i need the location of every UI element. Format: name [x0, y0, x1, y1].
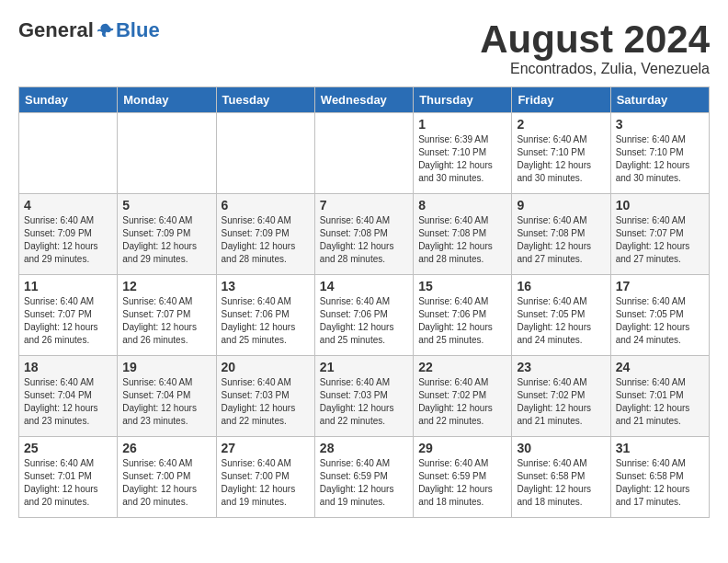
calendar-cell: 4Sunrise: 6:40 AM Sunset: 7:09 PM Daylig… [19, 194, 118, 275]
calendar-cell [19, 113, 118, 194]
day-info: Sunrise: 6:40 AM Sunset: 7:00 PM Dayligh… [222, 457, 310, 509]
day-number: 9 [517, 198, 605, 213]
calendar-cell: 2Sunrise: 6:40 AM Sunset: 7:10 PM Daylig… [512, 113, 610, 194]
day-number: 23 [517, 360, 605, 374]
calendar-cell: 13Sunrise: 6:40 AM Sunset: 7:06 PM Dayli… [216, 275, 314, 356]
day-number: 14 [320, 279, 408, 293]
day-info: Sunrise: 6:40 AM Sunset: 6:59 PM Dayligh… [418, 457, 506, 509]
calendar-cell: 14Sunrise: 6:40 AM Sunset: 7:06 PM Dayli… [314, 275, 413, 356]
calendar-cell: 21Sunrise: 6:40 AM Sunset: 7:03 PM Dayli… [314, 356, 413, 437]
day-number: 16 [517, 279, 605, 293]
calendar-week-row: 4Sunrise: 6:40 AM Sunset: 7:09 PM Daylig… [19, 194, 710, 275]
day-number: 30 [517, 441, 605, 455]
day-number: 29 [418, 441, 506, 455]
weekday-header-wednesday: Wednesday [314, 87, 413, 113]
day-info: Sunrise: 6:40 AM Sunset: 7:05 PM Dayligh… [616, 295, 704, 347]
title-block: August 2024 Encontrados, Zulia, Venezuel… [480, 18, 710, 77]
day-info: Sunrise: 6:40 AM Sunset: 7:05 PM Dayligh… [517, 295, 605, 347]
day-info: Sunrise: 6:40 AM Sunset: 7:07 PM Dayligh… [24, 295, 112, 347]
day-info: Sunrise: 6:40 AM Sunset: 7:08 PM Dayligh… [320, 214, 408, 266]
calendar-cell: 3Sunrise: 6:40 AM Sunset: 7:10 PM Daylig… [610, 113, 709, 194]
calendar-cell: 1Sunrise: 6:39 AM Sunset: 7:10 PM Daylig… [414, 113, 512, 194]
calendar-cell: 24Sunrise: 6:40 AM Sunset: 7:01 PM Dayli… [610, 356, 709, 437]
day-number: 5 [122, 198, 210, 213]
day-info: Sunrise: 6:40 AM Sunset: 7:09 PM Dayligh… [222, 214, 310, 266]
calendar-cell: 29Sunrise: 6:40 AM Sunset: 6:59 PM Dayli… [414, 437, 512, 518]
day-number: 10 [616, 198, 704, 213]
calendar-cell [216, 113, 314, 194]
calendar-cell: 26Sunrise: 6:40 AM Sunset: 7:00 PM Dayli… [118, 437, 216, 518]
calendar-week-row: 18Sunrise: 6:40 AM Sunset: 7:04 PM Dayli… [19, 356, 710, 437]
calendar-cell: 30Sunrise: 6:40 AM Sunset: 6:58 PM Dayli… [512, 437, 610, 518]
day-number: 28 [320, 441, 408, 455]
day-number: 1 [418, 117, 506, 132]
calendar-cell: 10Sunrise: 6:40 AM Sunset: 7:07 PM Dayli… [610, 194, 709, 275]
day-info: Sunrise: 6:40 AM Sunset: 7:01 PM Dayligh… [24, 457, 112, 509]
day-number: 17 [616, 279, 704, 293]
day-number: 19 [122, 360, 210, 374]
calendar-cell [118, 113, 216, 194]
calendar-cell: 31Sunrise: 6:40 AM Sunset: 6:58 PM Dayli… [610, 437, 709, 518]
day-info: Sunrise: 6:40 AM Sunset: 7:03 PM Dayligh… [320, 376, 408, 428]
day-number: 15 [418, 279, 506, 293]
weekday-header-tuesday: Tuesday [216, 87, 314, 113]
day-info: Sunrise: 6:40 AM Sunset: 7:07 PM Dayligh… [616, 214, 704, 266]
weekday-header-row: SundayMondayTuesdayWednesdayThursdayFrid… [19, 87, 710, 113]
calendar-cell [314, 113, 413, 194]
logo-blue: Blue [116, 18, 160, 42]
day-info: Sunrise: 6:40 AM Sunset: 7:08 PM Dayligh… [517, 214, 605, 266]
calendar-cell: 25Sunrise: 6:40 AM Sunset: 7:01 PM Dayli… [19, 437, 118, 518]
day-info: Sunrise: 6:40 AM Sunset: 7:07 PM Dayligh… [122, 295, 210, 347]
calendar-body: 1Sunrise: 6:39 AM Sunset: 7:10 PM Daylig… [19, 113, 710, 518]
day-number: 26 [122, 441, 210, 455]
calendar-cell: 15Sunrise: 6:40 AM Sunset: 7:06 PM Dayli… [414, 275, 512, 356]
day-info: Sunrise: 6:40 AM Sunset: 6:59 PM Dayligh… [320, 457, 408, 509]
day-number: 27 [222, 441, 310, 455]
day-number: 22 [418, 360, 506, 374]
day-info: Sunrise: 6:40 AM Sunset: 7:00 PM Dayligh… [122, 457, 210, 509]
day-info: Sunrise: 6:40 AM Sunset: 7:02 PM Dayligh… [418, 376, 506, 428]
calendar-cell: 20Sunrise: 6:40 AM Sunset: 7:03 PM Dayli… [216, 356, 314, 437]
day-info: Sunrise: 6:40 AM Sunset: 7:01 PM Dayligh… [616, 376, 704, 428]
day-info: Sunrise: 6:40 AM Sunset: 7:06 PM Dayligh… [222, 295, 310, 347]
calendar-cell: 18Sunrise: 6:40 AM Sunset: 7:04 PM Dayli… [19, 356, 118, 437]
day-number: 4 [24, 198, 112, 213]
calendar-cell: 23Sunrise: 6:40 AM Sunset: 7:02 PM Dayli… [512, 356, 610, 437]
day-info: Sunrise: 6:40 AM Sunset: 7:08 PM Dayligh… [418, 214, 506, 266]
day-number: 11 [24, 279, 112, 293]
calendar-week-row: 11Sunrise: 6:40 AM Sunset: 7:07 PM Dayli… [19, 275, 710, 356]
calendar-week-row: 1Sunrise: 6:39 AM Sunset: 7:10 PM Daylig… [19, 113, 710, 194]
day-info: Sunrise: 6:40 AM Sunset: 7:02 PM Dayligh… [517, 376, 605, 428]
day-info: Sunrise: 6:40 AM Sunset: 6:58 PM Dayligh… [616, 457, 704, 509]
day-number: 12 [122, 279, 210, 293]
logo-bird-icon [96, 20, 116, 40]
month-year-title: August 2024 [480, 18, 710, 61]
calendar-cell: 28Sunrise: 6:40 AM Sunset: 6:59 PM Dayli… [314, 437, 413, 518]
calendar-cell: 5Sunrise: 6:40 AM Sunset: 7:09 PM Daylig… [118, 194, 216, 275]
day-info: Sunrise: 6:40 AM Sunset: 6:58 PM Dayligh… [517, 457, 605, 509]
day-number: 13 [222, 279, 310, 293]
day-info: Sunrise: 6:40 AM Sunset: 7:06 PM Dayligh… [418, 295, 506, 347]
calendar-cell: 27Sunrise: 6:40 AM Sunset: 7:00 PM Dayli… [216, 437, 314, 518]
calendar-table: SundayMondayTuesdayWednesdayThursdayFrid… [18, 86, 710, 518]
calendar-cell: 6Sunrise: 6:40 AM Sunset: 7:09 PM Daylig… [216, 194, 314, 275]
day-number: 2 [517, 117, 605, 132]
day-info: Sunrise: 6:40 AM Sunset: 7:10 PM Dayligh… [517, 133, 605, 185]
day-info: Sunrise: 6:39 AM Sunset: 7:10 PM Dayligh… [418, 133, 506, 185]
calendar-cell: 22Sunrise: 6:40 AM Sunset: 7:02 PM Dayli… [414, 356, 512, 437]
calendar-week-row: 25Sunrise: 6:40 AM Sunset: 7:01 PM Dayli… [19, 437, 710, 518]
calendar-cell: 19Sunrise: 6:40 AM Sunset: 7:04 PM Dayli… [118, 356, 216, 437]
day-number: 7 [320, 198, 408, 213]
logo: General Blue [18, 18, 160, 42]
calendar-cell: 12Sunrise: 6:40 AM Sunset: 7:07 PM Dayli… [118, 275, 216, 356]
day-info: Sunrise: 6:40 AM Sunset: 7:09 PM Dayligh… [24, 214, 112, 266]
day-info: Sunrise: 6:40 AM Sunset: 7:03 PM Dayligh… [222, 376, 310, 428]
day-info: Sunrise: 6:40 AM Sunset: 7:10 PM Dayligh… [616, 133, 704, 185]
day-info: Sunrise: 6:40 AM Sunset: 7:04 PM Dayligh… [122, 376, 210, 428]
calendar-cell: 7Sunrise: 6:40 AM Sunset: 7:08 PM Daylig… [314, 194, 413, 275]
day-info: Sunrise: 6:40 AM Sunset: 7:09 PM Dayligh… [122, 214, 210, 266]
page-header: General Blue August 2024 Encontrados, Zu… [18, 18, 710, 77]
calendar-header: SundayMondayTuesdayWednesdayThursdayFrid… [19, 87, 710, 113]
weekday-header-saturday: Saturday [610, 87, 709, 113]
weekday-header-sunday: Sunday [19, 87, 118, 113]
